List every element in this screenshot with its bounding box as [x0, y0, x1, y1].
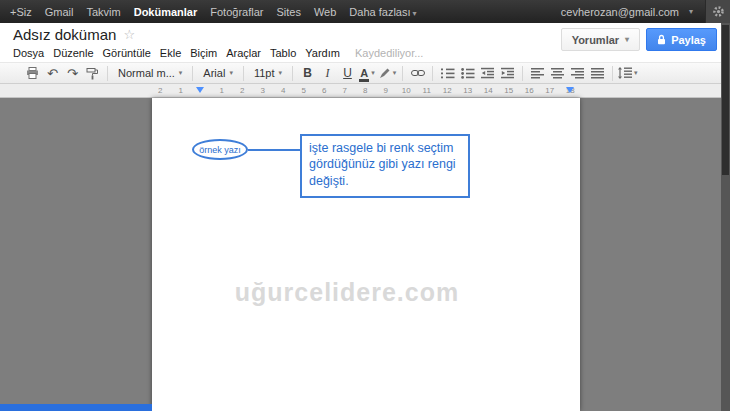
paragraph-style-value: Normal m... [118, 67, 175, 79]
topbar-more-label: Daha fazlası [349, 6, 410, 18]
highlight-color-button[interactable]: ▾ [378, 64, 397, 82]
chevron-down-icon: ▾ [634, 69, 638, 77]
ruler-number: 10 [396, 84, 417, 97]
ruler-number: 13 [458, 84, 479, 97]
drawn-ellipse-shape[interactable]: örnek yazı [192, 139, 248, 160]
print-icon [26, 67, 39, 79]
save-status: Kaydediliyor... [355, 47, 423, 59]
menu-dosya[interactable]: Dosya [13, 47, 44, 59]
insert-link-button[interactable] [408, 64, 427, 82]
topbar-link-gmail[interactable]: Gmail [45, 6, 74, 18]
callout-text-box[interactable]: işte rasgele bi renk seçtim gördüğünüz g… [300, 134, 470, 198]
menu-ekle[interactable]: Ekle [160, 47, 181, 59]
increase-indent-button[interactable] [498, 64, 517, 82]
connector-line [248, 149, 300, 151]
menu-duzenle[interactable]: Düzenle [53, 47, 93, 59]
align-center-button[interactable] [548, 64, 567, 82]
ruler-number: 1 [212, 84, 233, 97]
undo-button[interactable]: ↶ [43, 64, 62, 82]
title-row: Adsız doküman ☆ [13, 26, 135, 43]
topbar-link-more[interactable]: Daha fazlası▾ [349, 6, 416, 18]
ruler-number: 16 [519, 84, 540, 97]
menu-araclar[interactable]: Araçlar [226, 47, 261, 59]
comments-button[interactable]: Yorumlar ▾ [561, 28, 641, 51]
text-color-button[interactable]: A ▾ [358, 64, 377, 82]
ruler-number: 15 [499, 84, 520, 97]
document-page[interactable]: örnek yazı işte rasgele bi renk seçtim g… [152, 98, 580, 411]
paint-format-button[interactable] [83, 64, 102, 82]
align-justify-button[interactable] [588, 64, 607, 82]
highlight-pen-icon [379, 67, 391, 79]
ruler-number: 11 [417, 84, 438, 97]
editor-canvas: örnek yazı işte rasgele bi renk seçtim g… [0, 98, 730, 411]
menu-yardim[interactable]: Yardım [305, 47, 340, 59]
line-spacing-icon [618, 67, 632, 79]
ruler-right-margin-marker[interactable] [566, 87, 574, 93]
paint-format-icon [86, 67, 99, 80]
align-center-icon [551, 68, 564, 79]
font-size-dropdown[interactable]: 11pt ▾ [249, 67, 287, 79]
align-right-icon [571, 68, 584, 79]
topbar-link-sites[interactable]: Sites [276, 6, 300, 18]
ruler-number: 3 [253, 84, 274, 97]
gear-icon [712, 5, 725, 18]
bold-button[interactable]: B [298, 64, 317, 82]
numbered-list-button[interactable] [438, 64, 457, 82]
share-button[interactable]: Paylaş [646, 28, 717, 51]
topbar-link-plus[interactable]: +Siz [10, 6, 32, 18]
menu-bar: Dosya Düzenle Görüntüle Ekle Biçim Araçl… [13, 47, 423, 59]
vertical-scrollbar[interactable] [721, 23, 730, 411]
ruler-number: 8 [355, 84, 376, 97]
italic-button[interactable]: I [318, 64, 337, 82]
scrollbar-thumb[interactable] [722, 25, 729, 175]
font-family-dropdown[interactable]: Arial ▾ [198, 67, 238, 79]
chevron-down-icon: ▾ [393, 69, 397, 77]
chevron-down-icon: ▾ [229, 69, 233, 77]
topbar-link-photos[interactable]: Fotoğraflar [210, 6, 263, 18]
lock-icon [657, 34, 666, 45]
topbar-link-web[interactable]: Web [314, 6, 336, 18]
paragraph-style-dropdown[interactable]: Normal m... ▾ [113, 67, 187, 79]
numbered-list-icon [441, 67, 455, 79]
align-right-button[interactable] [568, 64, 587, 82]
ruler-number: 17 [540, 84, 561, 97]
topbar-link-docs[interactable]: Dokümanlar [134, 6, 198, 18]
ruler-number: 14 [478, 84, 499, 97]
chevron-down-icon: ▾ [278, 69, 282, 77]
document-header: Adsız doküman ☆ Dosya Düzenle Görüntüle … [0, 23, 730, 62]
font-size-value: 11pt [254, 67, 275, 79]
print-button[interactable] [23, 64, 42, 82]
toolbar-divider [192, 66, 193, 81]
document-ruler[interactable]: 21123456789101112131415161718 [0, 84, 721, 98]
link-icon [411, 68, 425, 78]
header-buttons: Yorumlar ▾ Paylaş [561, 28, 717, 51]
line-spacing-button[interactable]: ▾ [618, 64, 638, 82]
account-chevron-down-icon[interactable]: ▾ [689, 7, 693, 16]
doc-title[interactable]: Adsız doküman [13, 26, 116, 43]
toolbar-divider [107, 66, 108, 81]
menu-tablo[interactable]: Tablo [270, 47, 296, 59]
ruler-number: 1 [171, 84, 192, 97]
redo-button[interactable]: ↷ [63, 64, 82, 82]
underline-button[interactable]: U [338, 64, 357, 82]
undo-icon: ↶ [47, 67, 58, 80]
topbar-link-calendar[interactable]: Takvim [86, 6, 120, 18]
settings-gear-button[interactable] [705, 0, 730, 23]
topbar-right-group: cevherozan@gmail.com ▾ [561, 0, 730, 23]
align-left-icon [531, 68, 544, 79]
ruler-number: 2 [232, 84, 253, 97]
menu-goruntule[interactable]: Görüntüle [103, 47, 151, 59]
toolbar-divider [292, 66, 293, 81]
ruler-number: 2 [150, 84, 171, 97]
toolbar-divider [612, 66, 613, 81]
menu-bicim[interactable]: Biçim [190, 47, 217, 59]
decrease-indent-button[interactable] [478, 64, 497, 82]
align-left-button[interactable] [528, 64, 547, 82]
star-icon[interactable]: ☆ [123, 27, 135, 42]
ruler-indent-marker[interactable] [196, 87, 204, 93]
google-black-bar: +Siz Gmail Takvim Dokümanlar Fotoğraflar… [0, 0, 730, 23]
ruler-numbers: 21123456789101112131415161718 [150, 84, 581, 97]
bulleted-list-button[interactable] [458, 64, 477, 82]
chevron-down-icon: ▾ [179, 69, 183, 77]
account-email[interactable]: cevherozan@gmail.com [561, 6, 679, 18]
